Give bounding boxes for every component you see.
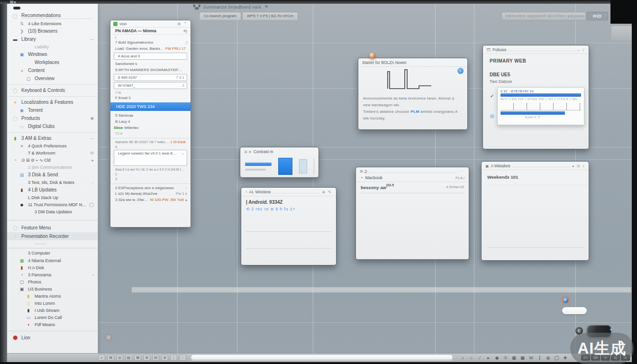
- taskbar-icon[interactable]: M: [152, 355, 159, 361]
- taskbar-icon[interactable]: ▩: [519, 355, 526, 360]
- sidebar-item[interactable]: 3 Computer: [7, 248, 98, 257]
- device-panel-header[interactable]: ◔ AI. Wireless ⊕ ✎: [241, 188, 336, 196]
- menu-item[interactable]: Load: Garden evos, Banks minimums PM PRL…: [110, 46, 191, 52]
- sidebar-item[interactable]: ▤ 3 Disk & Send: [7, 171, 98, 179]
- sidebar-item[interactable]: ◔ 3 Panorama ›: [7, 271, 98, 278]
- notes-link[interactable]: PLM: [411, 109, 419, 114]
- menu-item[interactable]: 88aw Millertec: [110, 125, 191, 131]
- menu-item[interactable]: Sanctioned s: [110, 61, 191, 67]
- menu-item[interactable]: 5 MYTH MANNERS SHOWMASTER'S WVP: [110, 67, 191, 73]
- menu-item[interactable]: 3 32a ww w. 29ww3 s 3w W 100-PW. 3W 7w9 …: [110, 197, 191, 203]
- menu-item[interactable]: F Enod 3: [110, 95, 191, 101]
- menu-item[interactable]: W 07847_ 2: [114, 82, 187, 89]
- sidebar-item[interactable]: 3 DM Data Updates: [7, 208, 98, 215]
- sidebar-item[interactable]: 2 Sim Communications: [7, 164, 98, 171]
- menu-item[interactable]: 1: [110, 172, 191, 176]
- taskbar-icon[interactable]: ⁄: [477, 355, 483, 360]
- device-link[interactable]: ⟲ 2 rec re w 9 h fu 1+: [241, 206, 336, 212]
- sidebar-item[interactable]: ◉ Torrent: [7, 106, 98, 114]
- sidebar-item[interactable]: ◯ Products ✱: [7, 114, 98, 122]
- taskbar-icon[interactable]: ⊘: [161, 355, 168, 361]
- slider2-bar[interactable]: [500, 111, 565, 115]
- menu-item[interactable]: PN AMADA — Nimma F): [110, 27, 191, 35]
- toolbar-tab[interactable]: Co branch program: [199, 12, 241, 20]
- sidebar-item[interactable]: 3 Text, Ids, Disk & Notes ◌: [7, 179, 98, 186]
- taskbar-icon[interactable]: ◎: [116, 355, 123, 361]
- taskbar-icon[interactable]: ▦: [511, 355, 517, 360]
- mac-device-row[interactable]: ◔ Macbook PLA /: [356, 174, 469, 182]
- sidebar-item[interactable]: ◆ 11 Trust Permissions MDF News ◯: [7, 201, 98, 208]
- taskbar-icon[interactable]: ◦: [179, 355, 186, 361]
- sidebar-item[interactable]: ◖ Pdf Means: [7, 321, 98, 328]
- sidebar-item[interactable]: ◔ Presentation Recorder: [7, 232, 98, 240]
- taskbar-icon[interactable]: ♪: [460, 355, 466, 360]
- menu-item[interactable]: (: [110, 35, 191, 39]
- menu-item[interactable]: a: [110, 144, 191, 149]
- taskbar-icon[interactable]: ①: [502, 355, 509, 360]
- taskbar-icon[interactable]: ⋮: [170, 355, 177, 361]
- taskbar-icon[interactable]: ◍: [545, 355, 551, 360]
- blue-swatch[interactable]: [278, 158, 292, 175]
- menu-item[interactable]: Legwvr uvwwU 9w v9.0 1 wvw 8wunwp / mit.…: [114, 150, 187, 166]
- sidebar-item[interactable]: ▦ 4 Nberia External: [7, 257, 98, 264]
- menu-item[interactable]: L s2v M) Awwa) Woe2vw Pw 1 k: [110, 191, 191, 197]
- menu-item[interactable]: 2 ESPreceptions ano e owgeowwo ◌: [110, 183, 191, 191]
- sidebar-item[interactable]: ◕ Content: [7, 66, 98, 74]
- sidebar-item[interactable]: ▮ Mantra Atoms: [7, 292, 98, 300]
- notes-panel-header[interactable]: Starter for BOLZA Nows!: [358, 58, 467, 67]
- taskbar-icon[interactable]: ⎮: [537, 355, 543, 360]
- sidebar-item[interactable]: ● Localizations & Features: [7, 96, 98, 106]
- sidebar-item[interactable]: ▮ H A Disk: [7, 264, 98, 271]
- sidebar-item[interactable]: Liability: [7, 43, 98, 50]
- sidebar-item[interactable]: ▭ Lorem Do Call: [7, 314, 98, 321]
- policies-window-icons[interactable]: ⌄ /: [577, 48, 585, 52]
- menu-window-icons[interactable]: ⊞ ⌃: [177, 22, 188, 26]
- sidebar-item[interactable]: ▬ Library —: [7, 35, 98, 43]
- sidebar-item[interactable]: ▮ 3 AM & Extras —: [7, 132, 98, 142]
- taskbar-icon[interactable]: ⊞: [107, 355, 114, 361]
- sidebar-item[interactable]: ———: [7, 240, 98, 246]
- sidebar-item[interactable]: ▢ Overview: [7, 74, 98, 82]
- sidebar-item[interactable]: ◯ Feature Menu: [7, 220, 98, 232]
- window-menu-icon[interactable]: ⌘▾: [9, 0, 16, 5]
- menu-item[interactable]: 5 Samicaa: [110, 112, 191, 118]
- sidebar-item[interactable]: ⬤ Lion: [7, 331, 98, 342]
- taskbar-icon[interactable]: ◯: [554, 355, 560, 360]
- info-icon[interactable]: i: [457, 68, 464, 74]
- sidebar-toggle[interactable]: [13, 7, 20, 9]
- assumptions-window-icons[interactable]: ◂ ⊡ /: [572, 164, 585, 168]
- assumptions-panel-header[interactable]: ▣ A Mistakes ◂ ⊡ /: [482, 162, 589, 170]
- menu-item[interactable]: 6 940 0197 7 d 1: [114, 74, 187, 81]
- sidebar-item[interactable]: ◔ ⊙ ⊟ ⊘ ⌁ ∿ Cld ▸: [7, 156, 98, 164]
- menu-item[interactable]: V3 w: [110, 131, 191, 136]
- device-header-actions[interactable]: ⊕ ✎: [322, 190, 332, 194]
- slider1-bar[interactable]: [500, 93, 581, 97]
- sidebar-item[interactable]: ▮ I Usb Stream: [7, 307, 98, 314]
- taskbar-icon[interactable]: ≋: [143, 355, 150, 361]
- blue-progress-bar[interactable]: [245, 163, 272, 166]
- menu-item[interactable]: 7 %: [110, 90, 191, 95]
- policies-panel-header[interactable]: 🗔 Policies ⌄ /: [483, 46, 589, 54]
- toolbar-tab[interactable]: WPS T 4 PS | B2-7b HXCm: [242, 12, 298, 20]
- mac-header-menu[interactable]: ···: [458, 169, 465, 173]
- menu-item[interactable]: B Lacy 4: [110, 118, 191, 125]
- taskbar-icon[interactable]: W: [528, 355, 534, 360]
- sidebar-item[interactable]: ▣ U3 Business: [7, 285, 98, 292]
- sidebar-item[interactable]: L Disk Stack Up: [7, 194, 98, 201]
- taskbar-scrollbar[interactable]: [191, 355, 453, 360]
- sidebar-item[interactable]: ▭ Digital Clubs: [7, 122, 98, 130]
- menu-item[interactable]: Agmanic 58: 80 20327 Ob 7 wakunamamba 9 …: [110, 138, 191, 144]
- sidebar-item[interactable]: ▣ Windows: [7, 50, 98, 58]
- mac-device-actions[interactable]: PLA /: [455, 176, 464, 180]
- radio-icon[interactable]: ◎: [490, 113, 494, 118]
- menu-item[interactable]: # Acus and 3: [114, 53, 187, 60]
- hid-button[interactable]: HID: [587, 12, 608, 20]
- taskbar-icon[interactable]: ⌕: [98, 355, 105, 361]
- check-icon[interactable]: ✔: [490, 93, 494, 99]
- white-pill-button[interactable]: [562, 307, 587, 314]
- sidebar-item[interactable]: ▯ Into Lorem: [7, 300, 98, 307]
- light-swatch[interactable]: [299, 159, 307, 173]
- sidebar-item[interactable]: ▮ 4 LB Updates: [7, 186, 98, 194]
- taskbar-icon[interactable]: ◉: [494, 355, 500, 360]
- menu-item[interactable]: HDE 2020 TWS 234: [110, 102, 191, 111]
